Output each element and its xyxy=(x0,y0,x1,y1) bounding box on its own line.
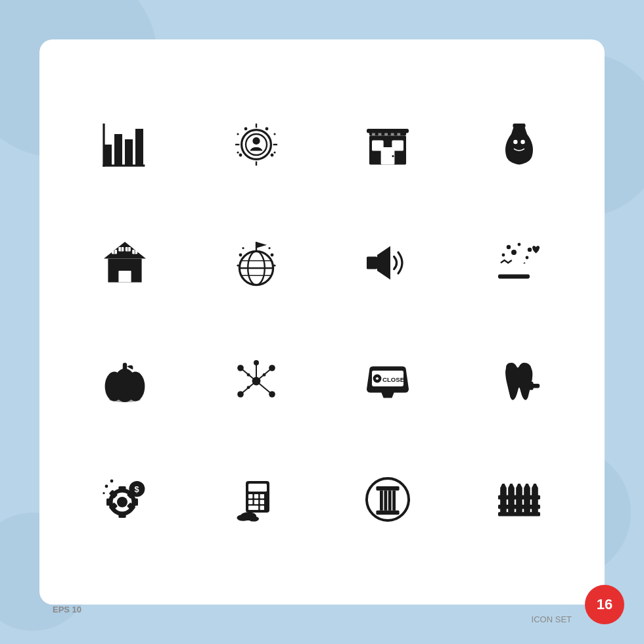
svg-marker-131 xyxy=(500,484,507,513)
svg-point-16 xyxy=(271,154,274,157)
svg-rect-1 xyxy=(114,134,122,166)
icon-cell-gear-dollar: $ xyxy=(66,473,184,526)
svg-point-20 xyxy=(273,151,275,153)
svg-point-56 xyxy=(237,264,239,266)
svg-point-64 xyxy=(518,243,521,246)
icon-cell-confetti-magic xyxy=(460,237,578,289)
svg-marker-134 xyxy=(524,484,530,513)
svg-rect-114 xyxy=(248,500,252,504)
svg-point-66 xyxy=(502,254,505,257)
svg-rect-111 xyxy=(248,494,252,498)
svg-rect-136 xyxy=(498,512,540,516)
svg-rect-2 xyxy=(125,139,133,166)
svg-point-88 xyxy=(247,386,250,389)
icon-cell-column-circle xyxy=(329,473,447,526)
svg-point-15 xyxy=(239,154,242,157)
icon-cell-tooth-plus xyxy=(460,355,578,407)
svg-point-67 xyxy=(526,256,529,260)
house-solar-icon xyxy=(99,237,151,289)
svg-point-58 xyxy=(242,247,244,249)
icon-cell-house-solar xyxy=(66,237,184,289)
svg-point-121 xyxy=(248,517,259,522)
svg-point-54 xyxy=(239,254,242,257)
svg-marker-133 xyxy=(516,484,522,513)
svg-rect-96 xyxy=(118,486,126,492)
svg-point-34 xyxy=(513,140,517,144)
column-circle-icon xyxy=(361,473,414,526)
icon-cell-globe-flag xyxy=(197,237,315,289)
svg-rect-123 xyxy=(376,486,399,490)
speaker-icon xyxy=(361,237,414,289)
svg-point-59 xyxy=(268,247,270,249)
svg-point-107 xyxy=(110,480,114,483)
icon-cell-speaker xyxy=(329,237,447,289)
svg-rect-0 xyxy=(104,145,112,166)
store-icon xyxy=(361,118,414,171)
svg-marker-61 xyxy=(377,246,390,279)
svg-marker-36 xyxy=(104,242,146,259)
confetti-magic-icon xyxy=(493,237,545,289)
bar-chart-icon xyxy=(99,118,151,171)
svg-rect-32 xyxy=(367,129,409,133)
svg-point-18 xyxy=(273,133,275,135)
calculator-money-icon xyxy=(230,473,283,526)
icon-set-label: ICON SET xyxy=(532,614,572,624)
icon-cell-calculator-money xyxy=(197,473,315,526)
svg-point-74 xyxy=(109,397,141,402)
icon-cell-target-user xyxy=(197,118,315,171)
svg-rect-115 xyxy=(254,500,258,504)
icon-cell-close-sign: CLOSE xyxy=(329,355,447,407)
svg-rect-116 xyxy=(260,500,264,504)
svg-point-87 xyxy=(263,373,266,377)
svg-text:CLOSE: CLOSE xyxy=(382,376,405,383)
svg-point-120 xyxy=(237,515,249,521)
svg-point-86 xyxy=(247,373,250,377)
svg-rect-38 xyxy=(118,271,131,283)
icon-cell-bar-chart xyxy=(66,118,184,171)
icon-cell-vase xyxy=(460,118,578,171)
svg-point-14 xyxy=(265,127,269,131)
svg-text:$: $ xyxy=(134,484,139,494)
svg-point-55 xyxy=(271,254,274,257)
svg-rect-93 xyxy=(529,382,533,390)
network-dots-icon xyxy=(230,355,283,407)
svg-rect-5 xyxy=(103,124,104,167)
icon-cell-store xyxy=(329,118,447,171)
svg-rect-98 xyxy=(106,498,112,505)
tooth-plus-icon xyxy=(493,355,545,407)
target-user-icon xyxy=(230,118,283,171)
icon-grid: CLOSE xyxy=(66,66,578,578)
svg-point-68 xyxy=(511,250,517,255)
svg-point-95 xyxy=(117,497,127,507)
svg-rect-113 xyxy=(260,494,264,498)
svg-point-8 xyxy=(252,137,260,145)
svg-rect-97 xyxy=(118,513,126,518)
svg-marker-69 xyxy=(523,262,525,264)
pumpkin-icon xyxy=(99,355,151,407)
svg-point-19 xyxy=(237,151,239,153)
svg-point-31 xyxy=(392,155,394,157)
svg-rect-60 xyxy=(367,256,377,269)
svg-point-63 xyxy=(507,245,511,249)
svg-rect-117 xyxy=(248,506,258,510)
svg-point-13 xyxy=(244,127,248,131)
svg-rect-112 xyxy=(254,494,258,498)
svg-line-84 xyxy=(256,381,272,394)
globe-flag-icon xyxy=(230,237,283,289)
icon-cell-pumpkin xyxy=(66,355,184,407)
svg-marker-135 xyxy=(532,484,538,513)
svg-rect-3 xyxy=(135,129,143,166)
icon-cell-network-dots xyxy=(197,355,315,407)
icon-count-badge: 16 xyxy=(585,585,624,624)
svg-point-57 xyxy=(273,264,275,266)
fence-icon xyxy=(493,473,545,526)
svg-point-106 xyxy=(105,485,108,488)
svg-point-65 xyxy=(528,248,532,252)
icon-cell-fence xyxy=(460,473,578,526)
svg-point-73 xyxy=(126,372,145,402)
svg-rect-62 xyxy=(498,275,530,279)
close-sign-icon: CLOSE xyxy=(361,355,414,407)
svg-marker-132 xyxy=(508,484,515,513)
svg-marker-53 xyxy=(256,242,267,248)
svg-rect-33 xyxy=(513,124,525,127)
